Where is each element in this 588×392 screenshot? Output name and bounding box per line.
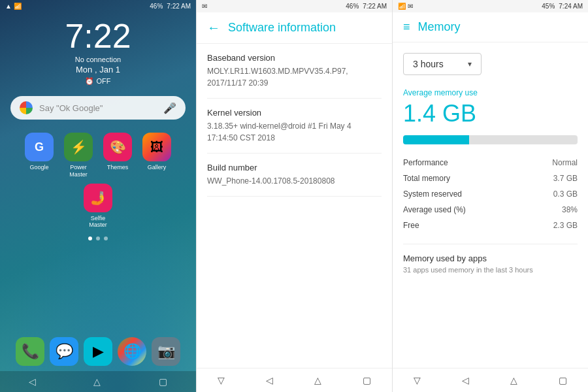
- signal-memory: 📶: [398, 3, 406, 10]
- dock-play[interactable]: ▶: [81, 337, 115, 366]
- clock-widget: 7:22 No connection Mon , Jan 1 ⏰ OFF: [0, 19, 196, 86]
- kernel-section: Kernel version 3.18.35+ wind-kernel@droi…: [207, 99, 382, 154]
- nav-bar-home: ◁ △ ▢: [0, 371, 196, 392]
- app-themes[interactable]: 🎨 Themes: [101, 133, 135, 178]
- app-powermaster[interactable]: ⚡ Power Master: [61, 133, 95, 178]
- memory-bar: [403, 135, 578, 144]
- dock-camera[interactable]: 📷: [149, 337, 183, 366]
- clock-no-connection: No connection: [0, 56, 196, 63]
- dot-3: [104, 237, 108, 240]
- kernel-value: 3.18.35+ wind-kernel@droid #1 Fri May 4 …: [207, 120, 382, 144]
- nav-recent-memory[interactable]: ▢: [559, 375, 567, 385]
- memory-title: Memory: [418, 20, 461, 34]
- app-label-google: Google: [29, 164, 48, 171]
- clock-time: 7:22: [0, 19, 196, 53]
- nav-bar-software: ▽ ◁ △ ▢: [197, 368, 392, 392]
- stat-total-label: Total memory: [403, 171, 527, 186]
- app-label-powermaster: Power Master: [61, 164, 95, 178]
- msg-memory: ✉: [408, 3, 413, 10]
- software-status-left: ✉: [202, 3, 207, 10]
- stat-avg-value: 38%: [527, 202, 578, 218]
- avg-memory-label: Average memory use: [403, 88, 578, 97]
- status-bar-software: ✉ 46% 7:22 AM: [197, 0, 392, 12]
- memory-apps-title: Memory used by apps: [403, 253, 578, 263]
- memory-content: 3 hours ▾ Average memory use 1.4 GB Perf…: [393, 42, 588, 368]
- nav-down-memory[interactable]: ▽: [414, 375, 421, 385]
- signal-icon: ▲: [5, 3, 12, 10]
- software-status-right: 46% 7:22 AM: [346, 3, 387, 10]
- nav-home-memory[interactable]: △: [510, 375, 517, 385]
- baseband-value: MOLY.LR11.W1603.MD.MPVV35.4.P97, 2017/11…: [207, 65, 382, 89]
- stat-total-value: 3.7 GB: [527, 171, 578, 186]
- dock-messages[interactable]: 💬: [47, 337, 81, 366]
- menu-icon[interactable]: ≡: [403, 20, 410, 34]
- google-logo: [20, 101, 33, 114]
- nav-home-home[interactable]: △: [93, 376, 101, 387]
- status-bar-memory: 📶 ✉ 45% 7:24 AM: [393, 0, 588, 12]
- app-label-themes: Themes: [107, 164, 129, 171]
- dock-browser[interactable]: 🌐: [115, 337, 149, 366]
- software-header: ← Software information: [197, 12, 392, 44]
- baseband-label: Baseband version: [207, 53, 382, 63]
- battery-home: 46%: [150, 3, 163, 10]
- app-label-gallery: Gallery: [148, 164, 167, 171]
- time-selector[interactable]: 3 hours ▾: [403, 53, 482, 75]
- nav-recent-software[interactable]: ▢: [363, 375, 371, 385]
- app-selfiemaster[interactable]: 🤳 Selfie Master: [81, 184, 115, 229]
- software-content: Baseband version MOLY.LR11.W1603.MD.MPVV…: [197, 44, 392, 368]
- status-bar-home: ▲ 📶 46% 7:22 AM: [0, 0, 196, 12]
- stat-system-reserved: System reserved 0.3 GB: [403, 186, 578, 202]
- stat-free: Free 2.3 GB: [403, 218, 578, 233]
- avg-memory-value: 1.4 GB: [403, 100, 578, 127]
- memory-status-right: 45% 7:24 AM: [542, 3, 583, 10]
- memory-bar-used: [403, 135, 469, 144]
- dropdown-arrow-icon: ▾: [468, 59, 472, 69]
- nav-bar-memory: ▽ ◁ △ ▢: [393, 368, 588, 392]
- back-button[interactable]: ←: [207, 20, 220, 35]
- dock-phone[interactable]: 📞: [13, 337, 47, 366]
- page-dots: [0, 237, 196, 240]
- app-google[interactable]: G Google: [22, 133, 56, 178]
- build-value: WW_Phone-14.00.1708.5-20180808: [207, 175, 382, 187]
- mic-icon[interactable]: 🎤: [163, 102, 176, 114]
- stat-total-memory: Total memory 3.7 GB: [403, 171, 578, 186]
- home-status-left: ▲ 📶: [5, 3, 22, 10]
- dock: 📞 💬 ▶ 🌐 📷: [0, 332, 196, 371]
- app-icon-gallery: 🖼: [142, 133, 171, 161]
- dock-icon-messages: 💬: [50, 337, 78, 366]
- dock-icon-play: ▶: [84, 337, 112, 366]
- search-bar[interactable]: Say "Ok Google" 🎤: [10, 96, 186, 120]
- nav-back-memory[interactable]: ◁: [462, 375, 469, 385]
- nav-recent-home[interactable]: ▢: [159, 376, 167, 387]
- dock-icon-camera: 📷: [152, 337, 180, 366]
- battery-software: 46%: [346, 3, 359, 10]
- app-grid: G Google ⚡ Power Master 🎨 Themes 🖼 Galle…: [0, 120, 196, 229]
- battery-memory: 45%: [542, 3, 555, 10]
- home-screen: ▲ 📶 46% 7:22 AM 7:22 No connection Mon ,…: [0, 0, 196, 392]
- build-section: Build number WW_Phone-14.00.1708.5-20180…: [207, 154, 382, 197]
- stat-free-label: Free: [403, 218, 527, 233]
- time-software: 7:22 AM: [363, 3, 387, 10]
- dock-icon-browser: 🌐: [118, 337, 146, 366]
- nav-back-home[interactable]: ◁: [29, 376, 36, 387]
- time-memory: 7:24 AM: [559, 3, 583, 10]
- dock-icon-phone: 📞: [16, 337, 44, 366]
- software-panel: ✉ 46% 7:22 AM ← Software information Bas…: [196, 0, 392, 392]
- app-gallery[interactable]: 🖼 Gallery: [140, 133, 174, 178]
- time-home: 7:22 AM: [167, 3, 191, 10]
- memory-apps-section: Memory used by apps 31 apps used memory …: [403, 244, 578, 274]
- wifi-icon: 📶: [14, 3, 22, 10]
- clock-date: Mon , Jan 1: [0, 65, 196, 74]
- baseband-section: Baseband version MOLY.LR11.W1603.MD.MPVV…: [207, 44, 382, 99]
- nav-back-software[interactable]: ◁: [266, 375, 273, 385]
- stat-performance: Performance Normal: [403, 155, 578, 171]
- nav-home-software[interactable]: △: [314, 375, 321, 385]
- kernel-label: Kernel version: [207, 108, 382, 118]
- stat-avg-used: Average used (%) 38%: [403, 202, 578, 218]
- search-placeholder: Say "Ok Google": [39, 103, 163, 113]
- memory-stats-table: Performance Normal Total memory 3.7 GB S…: [403, 155, 578, 233]
- memory-apps-desc: 31 apps used memory in the last 3 hours: [403, 266, 578, 274]
- nav-down-software[interactable]: ▽: [218, 375, 225, 385]
- app-icon-selfiemaster: 🤳: [84, 184, 112, 212]
- stat-avg-label: Average used (%): [403, 202, 527, 218]
